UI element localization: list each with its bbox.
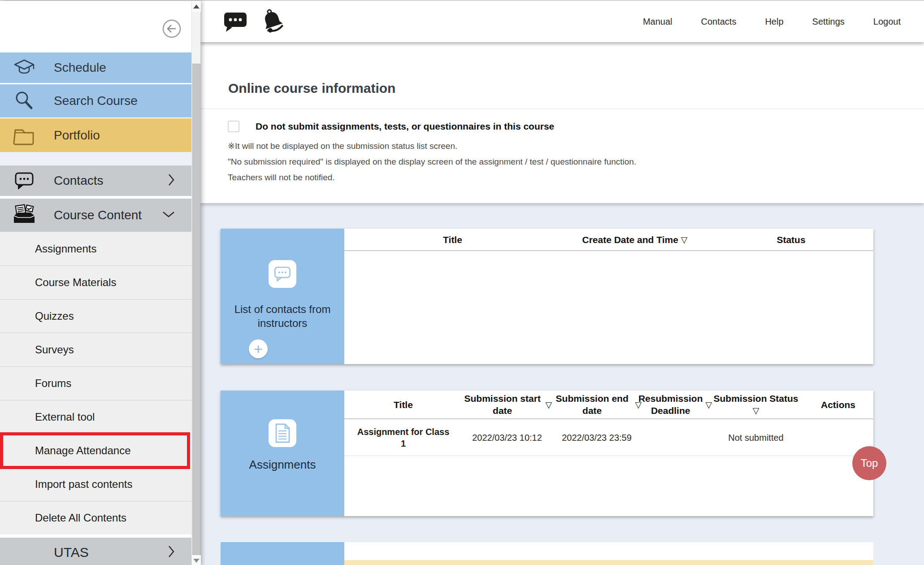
back-arrow-icon: [162, 19, 182, 39]
sidebar-item-label: Contacts: [54, 174, 104, 188]
contacts-from-instructors-panel: List of contacts from instructors + Titl…: [221, 229, 873, 364]
assignments-panel: Assignments Title Submission start date▽…: [221, 391, 873, 516]
sidebar-item-course-content[interactable]: Course Content: [0, 199, 191, 232]
partial-panel-side: [221, 542, 344, 565]
app-window: Schedule Search Course: [0, 0, 924, 565]
assignment-row[interactable]: Assignment for Class 1 2022/03/23 10:12 …: [344, 419, 873, 456]
sidebar-item-import-past-contents[interactable]: Import past contents: [0, 467, 191, 501]
topbar: Manual Contacts Help Settings Logout: [200, 1, 924, 42]
sidebar-item-contacts[interactable]: Contacts: [0, 165, 191, 196]
contacts-panel-label: List of contacts from instructors: [230, 302, 334, 330]
contacts-table: Title Create Date and Time▽ Status: [344, 229, 873, 364]
link-contacts[interactable]: Contacts: [701, 17, 736, 27]
link-settings[interactable]: Settings: [812, 17, 845, 27]
topbar-links: Manual Contacts Help Settings Logout: [643, 1, 901, 42]
assignments-table-header: Title Submission start date▽ Submission …: [344, 391, 873, 419]
no-submission-checkbox-label: Do not submit assignments, tests, or que…: [256, 121, 554, 132]
note-line: Teachers will not be notified.: [228, 173, 636, 183]
sidebar-item-delete-all-contents[interactable]: Delete All Contents: [0, 501, 191, 535]
graduation-cap-icon: [12, 57, 37, 78]
sidebar-item-utas[interactable]: UTAS: [0, 538, 191, 565]
sidebar-scrollbar[interactable]: [191, 1, 200, 565]
column-header-resubmission-deadline: Resubmission Deadline▽: [642, 391, 709, 418]
contacts-table-header: Title Create Date and Time▽ Status: [344, 229, 873, 251]
scrollbar-up-button[interactable]: [192, 1, 201, 12]
sort-toggle[interactable]: ▽: [545, 399, 552, 411]
sidebar-item-portfolio[interactable]: Portfolio: [0, 118, 191, 152]
notifications-button[interactable]: [259, 8, 286, 35]
triangle-down-icon: [193, 559, 200, 563]
assignments-table: Title Submission start date▽ Submission …: [344, 391, 873, 516]
column-header-title: Title: [344, 229, 561, 250]
partial-bottom-panel: [221, 542, 873, 565]
chevron-right-icon: [167, 545, 175, 560]
main-area: Manual Contacts Help Settings Logout Onl…: [200, 1, 924, 565]
speech-bubble-icon: [222, 9, 249, 35]
assignments-panel-side: Assignments: [221, 391, 344, 516]
sidebar-item-schedule[interactable]: Schedule: [0, 52, 191, 83]
sidebar-item-forums[interactable]: Forums: [0, 366, 191, 400]
sidebar: Schedule Search Course: [0, 1, 200, 565]
notes: ※It will not be displayed on the submiss…: [228, 141, 636, 188]
assignment-start-cell: 2022/03/23 10:12: [462, 419, 552, 456]
column-header-submission-status: Submission Status▽: [709, 391, 803, 418]
sidebar-item-course-materials[interactable]: Course Materials: [0, 265, 191, 299]
link-help[interactable]: Help: [765, 17, 783, 27]
column-header-create-date: Create Date and Time▽: [561, 229, 709, 250]
sidebar-item-search-course[interactable]: Search Course: [0, 84, 191, 117]
sidebar-item-assignments[interactable]: Assignments: [0, 232, 191, 265]
assignment-status-cell: Not submitted: [709, 419, 803, 456]
sidebar-item-label: UTAS: [54, 545, 89, 560]
page-title: Online course information: [228, 81, 395, 96]
sidebar-item-external-tool[interactable]: External tool: [0, 400, 191, 434]
column-header-title: Title: [344, 391, 462, 418]
sort-toggle[interactable]: ▽: [713, 404, 798, 417]
speech-bubble-icon: [12, 170, 37, 192]
magnifier-icon: [12, 89, 37, 113]
link-logout[interactable]: Logout: [873, 17, 901, 27]
column-header-actions: Actions: [803, 391, 873, 418]
chevron-down-icon: [162, 210, 175, 220]
speech-bubble-icon: [269, 260, 296, 288]
bell-icon: [259, 8, 286, 35]
sidebar-item-label: Course Content: [54, 208, 142, 222]
add-contact-button[interactable]: +: [249, 339, 268, 358]
messages-button[interactable]: [222, 9, 249, 35]
course-content-submenu: Assignments Course Materials Quizzes Sur…: [0, 232, 191, 535]
divider: [200, 109, 924, 109]
course-info-card: Online course information Do not submit …: [200, 42, 924, 203]
sidebar-item-label: Search Course: [54, 94, 138, 108]
folder-icon: [12, 125, 37, 146]
sidebar-item-label: Schedule: [54, 61, 106, 75]
triangle-up-icon: [193, 4, 200, 9]
column-header-status: Status: [709, 229, 873, 250]
content-box-icon: [12, 204, 37, 227]
column-header-submission-end: Submission end date▽: [552, 391, 642, 418]
partial-highlight-row: [344, 560, 873, 565]
note-line: "No submission required" is displayed on…: [228, 157, 636, 167]
document-icon: [269, 419, 296, 447]
sidebar-item-label: Portfolio: [54, 128, 100, 143]
sidebar-item-surveys[interactable]: Surveys: [0, 333, 191, 366]
scroll-to-top-button[interactable]: Top: [852, 446, 886, 480]
link-manual[interactable]: Manual: [643, 17, 672, 27]
contacts-panel-side: List of contacts from instructors +: [221, 229, 344, 364]
content-area: Online course information Do not submit …: [200, 42, 924, 565]
partial-header-strip: [344, 542, 873, 560]
sidebar-item-manage-attendance[interactable]: Manage Attendance: [0, 434, 191, 467]
note-line: ※It will not be displayed on the submiss…: [228, 141, 636, 151]
sidebar-collapse-button[interactable]: [162, 19, 182, 39]
column-header-submission-start: Submission start date▽: [462, 391, 552, 418]
sort-toggle[interactable]: ▽: [681, 234, 688, 246]
scrollbar-down-button[interactable]: [192, 555, 201, 565]
scrollbar-thumb[interactable]: [192, 64, 200, 559]
sidebar-gap: [0, 152, 191, 165]
assignments-panel-label: Assignments: [230, 458, 334, 472]
sidebar-item-quizzes[interactable]: Quizzes: [0, 299, 191, 333]
assignment-end-cell: 2022/03/23 23:59: [552, 419, 642, 456]
assignment-title-cell[interactable]: Assignment for Class 1: [344, 419, 462, 456]
chevron-right-icon: [167, 173, 175, 188]
assignment-resubmission-cell: [642, 419, 709, 456]
partial-panel-body: [344, 542, 873, 565]
no-submission-checkbox[interactable]: [228, 121, 239, 132]
